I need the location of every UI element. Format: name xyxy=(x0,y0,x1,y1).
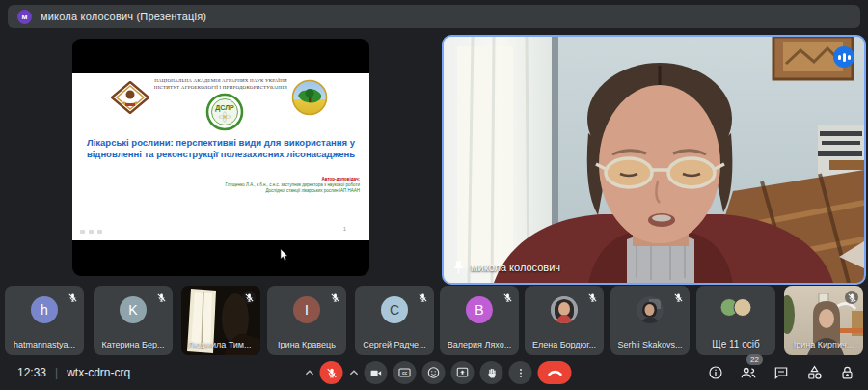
presenter-avatar: м xyxy=(17,10,32,24)
naan-diamond-logo-icon xyxy=(111,81,149,114)
participant-name: Ірина Кирпич... xyxy=(787,340,860,349)
speaker-name-label: микола колосович xyxy=(453,261,560,274)
slide-title: Лікарські рослини: перспективні види для… xyxy=(82,137,360,160)
overflow-avatars xyxy=(720,298,752,317)
panel-controls: 22 xyxy=(706,361,856,384)
participant-tile[interactable]: I Ірина Кравець xyxy=(267,286,346,355)
closed-captions-icon: cc xyxy=(398,366,412,379)
audio-bar xyxy=(838,55,841,60)
participant-name: Людмила Тим... xyxy=(188,340,258,349)
participant-tile[interactable]: Елена Бордюг... xyxy=(525,286,604,355)
participant-tile[interactable]: K Катерина Бер... xyxy=(94,286,173,355)
mic-off-icon xyxy=(328,291,341,304)
call-controls: cc xyxy=(305,361,572,384)
raise-hand-button[interactable] xyxy=(480,361,503,384)
chat-button[interactable] xyxy=(772,361,791,384)
participant-avatar: I xyxy=(293,296,320,323)
participant-avatar: K xyxy=(120,296,147,323)
mic-off-icon xyxy=(416,291,429,304)
meeting-code: wtx-cdrn-crq xyxy=(67,366,130,379)
mic-off-icon xyxy=(845,291,858,304)
overflow-count-label: Ще 11 осіб xyxy=(699,339,773,349)
slide-author-line2: Дослідної станції лікарських рослин ІАП … xyxy=(226,188,360,194)
people-icon xyxy=(740,365,757,380)
reactions-button[interactable] xyxy=(422,361,446,384)
overflow-participants-tile[interactable]: Ще 11 осіб xyxy=(696,286,775,355)
audio-bar xyxy=(843,53,846,62)
presenting-banner-title: микола колосович (Презентація) xyxy=(41,11,206,22)
emoji-icon xyxy=(427,366,441,379)
slide-title-line1: Лікарські рослини: перспективні види для… xyxy=(82,137,360,149)
more-options-icon xyxy=(514,367,527,379)
pin-icon xyxy=(453,261,464,274)
divider: | xyxy=(55,366,58,379)
participant-name: Катерина Бер... xyxy=(96,340,170,349)
activities-button[interactable] xyxy=(804,361,824,384)
mic-off-icon xyxy=(325,367,338,379)
presenting-banner: м микола колосович (Презентація) xyxy=(8,5,860,28)
participant-tile[interactable]: C Сергей Радче... xyxy=(355,286,434,355)
more-options-button[interactable] xyxy=(509,361,532,384)
participant-avatar: h xyxy=(31,296,58,323)
mic-off-icon xyxy=(585,291,599,304)
participant-name: Ірина Кравець xyxy=(270,340,343,349)
camera-options-chevron[interactable] xyxy=(349,361,359,384)
participant-photo-avatar xyxy=(637,296,664,323)
slide-toolbar-marks xyxy=(80,230,102,234)
clock-time: 12:33 xyxy=(17,366,46,379)
captions-button[interactable]: cc xyxy=(393,361,417,384)
meeting-info: 12:33 | wtx-cdrn-crq xyxy=(17,355,130,390)
present-screen-button[interactable] xyxy=(451,361,475,384)
speaker-name-text: микола колосович xyxy=(471,262,560,273)
present-screen-icon xyxy=(456,366,470,379)
host-controls-lock-icon xyxy=(840,365,854,381)
ukraine-map-logo-icon xyxy=(291,79,328,116)
info-icon xyxy=(708,365,723,380)
meeting-details-button[interactable] xyxy=(706,361,725,384)
slide-page-number: 1 xyxy=(343,226,346,232)
participant-name: Сергей Радче... xyxy=(358,340,431,349)
mic-off-icon xyxy=(671,291,685,304)
participant-name: hatmannastya... xyxy=(8,340,81,349)
mic-toggle-button[interactable] xyxy=(320,361,343,384)
raise-hand-icon xyxy=(485,367,498,379)
chat-icon xyxy=(773,365,789,380)
participant-avatar: C xyxy=(381,296,408,323)
participant-tile[interactable]: Serhii Skakovs... xyxy=(610,286,690,355)
slide: НАЦІОНАЛЬНА АКАДЕМІЯ АГРАРНИХ НАУК УКРАЇ… xyxy=(72,73,369,240)
participant-tile-video[interactable]: Ірина Кирпич... xyxy=(784,286,863,355)
camera-toggle-button[interactable] xyxy=(365,361,388,384)
end-call-button[interactable] xyxy=(538,361,572,384)
audio-activity-indicator xyxy=(833,46,854,68)
participant-tile-video[interactable]: Людмила Тим... xyxy=(181,286,260,355)
participant-avatar: B xyxy=(466,296,493,323)
svg-text:ДСЛР: ДСЛР xyxy=(215,104,234,112)
slide-author-block: Автор-доповідач: Глущенко Л.А., к.б.н., … xyxy=(226,177,360,194)
mic-off-icon xyxy=(66,291,79,304)
overflow-avatar xyxy=(734,298,752,317)
participant-tile[interactable]: B Валерия Ляхо... xyxy=(440,286,519,355)
dslr-station-logo-icon: ДСЛР xyxy=(205,93,244,131)
host-controls-button[interactable] xyxy=(837,361,856,384)
mic-off-icon xyxy=(242,291,256,304)
mic-off-icon xyxy=(154,291,168,304)
participant-photo-avatar xyxy=(551,296,578,323)
audio-bar xyxy=(848,55,851,60)
mic-off-icon xyxy=(501,291,514,304)
main-speaker-video[interactable]: микола колосович xyxy=(442,35,866,285)
participant-tile[interactable]: h hatmannastya... xyxy=(5,286,84,355)
participant-name: Serhii Skakovs... xyxy=(613,340,687,349)
screenshare-tile[interactable]: НАЦІОНАЛЬНА АКАДЕМІЯ АГРАРНИХ НАУК УКРАЇ… xyxy=(72,39,369,276)
videocam-icon xyxy=(369,367,382,379)
participants-button[interactable]: 22 xyxy=(739,361,758,384)
slide-title-line2: відновленні та реконструкції полезахисни… xyxy=(82,149,360,160)
end-call-icon xyxy=(547,368,562,378)
mic-options-chevron[interactable] xyxy=(305,361,314,384)
activities-icon xyxy=(806,365,823,380)
participant-name: Елена Бордюг... xyxy=(528,340,601,349)
mouse-cursor-icon xyxy=(280,249,288,261)
svg-text:cc: cc xyxy=(402,371,408,376)
participant-name: Валерия Ляхо... xyxy=(443,340,516,349)
speaker-video-feed xyxy=(444,37,864,283)
control-bar: 12:33 | wtx-cdrn-crq cc xyxy=(0,355,868,390)
